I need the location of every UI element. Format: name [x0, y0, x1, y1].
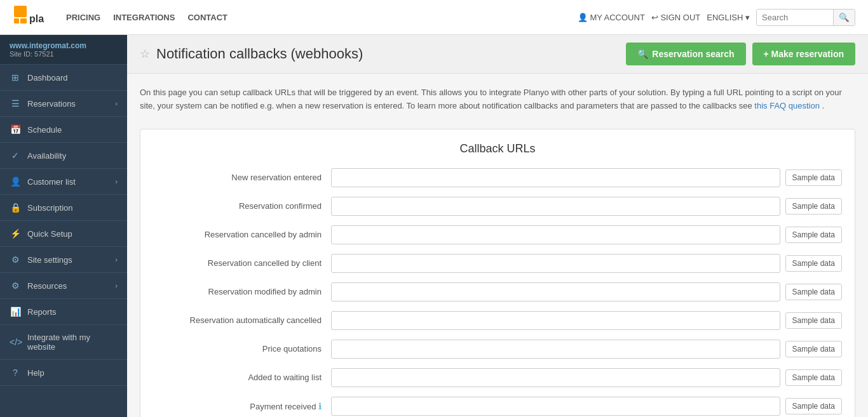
- sidebar: www.integromat.com Site ID: 57521 ⊞ Dash…: [0, 35, 127, 417]
- search-icon: 🔍: [637, 49, 648, 59]
- sidebar-item-reservations[interactable]: ☰ Reservations ›: [0, 91, 127, 117]
- content-body: On this page you can setup callback URLs…: [127, 74, 868, 417]
- nav-right: 👤 MY ACCOUNT ↩ SIGN OUT ENGLISH ▾ 🔍: [578, 9, 855, 26]
- sample-data-btn-waiting-list[interactable]: Sample data: [785, 369, 842, 386]
- sidebar-item-integrate[interactable]: </> Integrate with my website: [0, 325, 127, 360]
- callback-row-cancelled-client: Reservation cancelled by client Sample d…: [153, 254, 842, 273]
- sidebar-label-availability: Availability: [27, 151, 66, 161]
- sign-out-link[interactable]: ↩ SIGN OUT: [651, 13, 700, 22]
- site-info: www.integromat.com Site ID: 57521: [0, 35, 127, 65]
- sidebar-label-reports: Reports: [27, 307, 57, 317]
- sidebar-item-customer-list[interactable]: 👤 Customer list ›: [0, 169, 127, 195]
- chevron-icon: ›: [115, 100, 118, 107]
- callback-section-title: Callback URLs: [153, 142, 842, 156]
- sidebar-label-customer-list: Customer list: [27, 177, 76, 187]
- callback-label-auto-cancelled: Reservation automatically cancelled: [153, 315, 331, 325]
- person-icon: 👤: [578, 13, 590, 22]
- customer-chevron-icon: ›: [115, 178, 118, 185]
- sidebar-item-dashboard[interactable]: ⊞ Dashboard: [0, 65, 127, 91]
- page-header: ☆ Notification callbacks (webhooks) 🔍 Re…: [127, 35, 868, 74]
- callback-label-payment-received: Payment received ℹ: [153, 401, 331, 411]
- header-buttons: 🔍 Reservation search + Make reservation: [626, 43, 855, 65]
- sample-data-btn-cancelled-admin[interactable]: Sample data: [785, 227, 842, 243]
- search-button[interactable]: 🔍: [833, 10, 855, 25]
- sample-data-btn-new-reservation[interactable]: Sample data: [785, 169, 842, 186]
- callback-row-modified-admin: Reservation modified by admin Sample dat…: [153, 282, 842, 301]
- search-input[interactable]: [757, 10, 833, 25]
- search-box: 🔍: [756, 9, 855, 26]
- sidebar-item-schedule[interactable]: 📅 Schedule: [0, 117, 127, 143]
- availability-icon: ✓: [10, 150, 21, 161]
- svg-rect-2: [20, 18, 27, 23]
- planyo-logo-icon: planyo: [13, 4, 44, 30]
- callback-label-cancelled-client: Reservation cancelled by client: [153, 258, 331, 268]
- nav-integrations[interactable]: INTEGRATIONS: [113, 13, 175, 22]
- star-icon[interactable]: ☆: [140, 47, 150, 61]
- callback-label-modified-admin: Reservation modified by admin: [153, 287, 331, 296]
- callback-row-waiting-list: Added to waiting list Sample data: [153, 368, 842, 387]
- payment-info-icon[interactable]: ℹ: [318, 401, 322, 411]
- make-reservation-button[interactable]: + Make reservation: [752, 43, 855, 65]
- callback-label-confirmed: Reservation confirmed: [153, 201, 331, 211]
- reservation-search-button[interactable]: 🔍 Reservation search: [626, 43, 745, 65]
- sample-data-btn-confirmed[interactable]: Sample data: [785, 198, 842, 215]
- sidebar-item-reports[interactable]: 📊 Reports: [0, 299, 127, 325]
- nav-links: PRICING INTEGRATIONS CONTACT: [66, 13, 578, 22]
- site-settings-chevron-icon: ›: [115, 256, 118, 263]
- callback-input-cancelled-client[interactable]: [331, 254, 780, 273]
- sample-data-btn-payment-received[interactable]: Sample data: [785, 398, 842, 414]
- subscription-icon: 🔒: [10, 202, 21, 213]
- quick-setup-icon: ⚡: [10, 228, 21, 239]
- schedule-icon: 📅: [10, 124, 21, 135]
- reports-icon: 📊: [10, 307, 21, 317]
- language-selector[interactable]: ENGLISH ▾: [707, 13, 750, 22]
- sidebar-label-reservations: Reservations: [27, 99, 76, 109]
- customer-icon: 👤: [10, 176, 21, 187]
- resources-chevron-icon: ›: [115, 282, 118, 289]
- sample-data-btn-cancelled-client[interactable]: Sample data: [785, 255, 842, 272]
- callback-input-price-quotations[interactable]: [331, 340, 780, 359]
- callback-label-waiting-list: Added to waiting list: [153, 373, 331, 382]
- sidebar-label-quick-setup: Quick Setup: [27, 229, 72, 239]
- integrate-icon: </>: [10, 337, 21, 347]
- logo-area: planyo: [13, 4, 47, 30]
- signout-icon: ↩: [651, 13, 661, 22]
- callback-row-price-quotations: Price quotations Sample data: [153, 340, 842, 359]
- callback-input-waiting-list[interactable]: [331, 368, 780, 387]
- resources-icon: ⚙: [10, 281, 21, 291]
- sidebar-item-quick-setup[interactable]: ⚡ Quick Setup: [0, 221, 127, 247]
- callback-input-payment-received[interactable]: [331, 397, 780, 416]
- sidebar-item-subscription[interactable]: 🔒 Subscription: [0, 195, 127, 221]
- dashboard-icon: ⊞: [10, 72, 21, 83]
- site-settings-icon: ⚙: [10, 255, 21, 265]
- callback-input-modified-admin[interactable]: [331, 282, 780, 301]
- sidebar-item-site-settings[interactable]: ⚙ Site settings ›: [0, 247, 127, 273]
- site-id: Site ID: 57521: [10, 50, 118, 58]
- callback-label-new-reservation: New reservation entered: [153, 173, 331, 182]
- sidebar-item-help[interactable]: ? Help: [0, 360, 127, 386]
- faq-link[interactable]: this FAQ question: [754, 101, 820, 110]
- sidebar-label-site-settings: Site settings: [27, 255, 72, 265]
- callback-input-new-reservation[interactable]: [331, 168, 780, 187]
- sample-data-btn-modified-admin[interactable]: Sample data: [785, 284, 842, 300]
- top-nav: planyo PRICING INTEGRATIONS CONTACT 👤 MY…: [0, 0, 868, 35]
- callback-input-auto-cancelled[interactable]: [331, 311, 780, 330]
- nav-contact[interactable]: CONTACT: [187, 13, 227, 22]
- reservations-icon: ☰: [10, 98, 21, 109]
- help-icon: ?: [10, 367, 21, 378]
- sidebar-label-schedule: Schedule: [27, 125, 62, 135]
- callback-input-cancelled-admin[interactable]: [331, 225, 780, 244]
- callback-label-price-quotations: Price quotations: [153, 344, 331, 354]
- my-account-link[interactable]: 👤 MY ACCOUNT: [578, 13, 645, 22]
- sidebar-label-help: Help: [27, 368, 44, 378]
- sidebar-item-resources[interactable]: ⚙ Resources ›: [0, 273, 127, 299]
- sample-data-btn-price-quotations[interactable]: Sample data: [785, 341, 842, 357]
- callback-input-confirmed[interactable]: [331, 197, 780, 216]
- callback-row-payment-received: Payment received ℹ Sample data: [153, 397, 842, 416]
- page-title: Notification callbacks (webhooks): [156, 46, 363, 62]
- main-content: ☆ Notification callbacks (webhooks) 🔍 Re…: [127, 35, 868, 417]
- sample-data-btn-auto-cancelled[interactable]: Sample data: [785, 312, 842, 329]
- nav-pricing[interactable]: PRICING: [66, 13, 100, 22]
- sidebar-item-availability[interactable]: ✓ Availability: [0, 143, 127, 169]
- callback-row-auto-cancelled: Reservation automatically cancelled Samp…: [153, 311, 842, 330]
